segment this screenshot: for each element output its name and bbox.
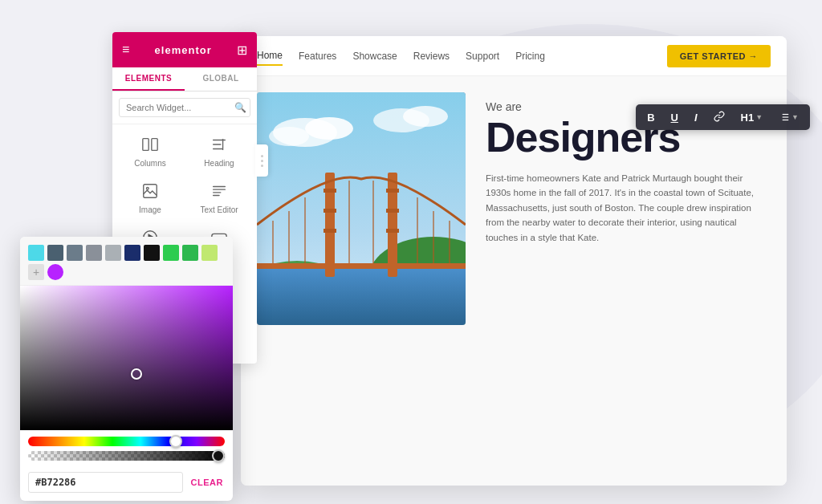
nav-pricing[interactable]: Pricing (515, 47, 545, 65)
menu-icon[interactable]: ≡ (122, 43, 129, 57)
hex-input[interactable] (28, 472, 183, 493)
hue-slider-container (20, 430, 233, 449)
color-swatches: + (20, 237, 233, 286)
italic-button[interactable]: I (691, 111, 701, 124)
swatch-purple[interactable] (47, 264, 63, 280)
heading-label: H1 (741, 112, 755, 123)
swatch-yellow[interactable] (201, 245, 218, 261)
list-arrow: ▼ (791, 114, 799, 121)
heading-icon (210, 136, 228, 156)
swatch-gray1[interactable] (67, 245, 83, 261)
image-icon (141, 182, 159, 202)
browser-nav: Home Features Showcase Reviews Support P… (241, 36, 787, 76)
swatch-cyan[interactable] (28, 245, 44, 261)
alpha-slider-container (20, 449, 233, 467)
svg-rect-2 (144, 185, 157, 198)
browser-content: We are Designers First-time homeowners K… (241, 76, 787, 486)
widget-heading-label: Heading (204, 159, 234, 168)
svg-rect-36 (386, 229, 399, 233)
columns-icon (141, 136, 159, 156)
text-formatting-toolbar: B U I H1 ▼ ▼ (636, 104, 810, 130)
svg-point-23 (269, 127, 309, 146)
search-icon: 🔍 (234, 102, 246, 113)
svg-rect-33 (324, 229, 336, 233)
nav-support[interactable]: Support (466, 47, 499, 65)
cta-button[interactable]: GET STARTED → (667, 45, 771, 67)
svg-rect-29 (325, 173, 335, 277)
swatch-gray3[interactable] (105, 245, 121, 261)
svg-rect-31 (324, 189, 336, 193)
alpha-thumb (212, 449, 225, 462)
hero-body: First-time homeowners Kate and Patrick M… (486, 171, 767, 245)
elementor-logo: elementor (155, 44, 212, 56)
panel-search-container: 🔍 (112, 91, 257, 124)
gradient-overlay (20, 286, 233, 430)
color-picker: + CLEAR (20, 237, 233, 501)
link-button[interactable] (710, 109, 728, 125)
add-swatch-button[interactable]: + (28, 264, 44, 280)
panel-tabs: ELEMENTS GLOBAL (112, 67, 257, 91)
nav-links: Home Features Showcase Reviews Support P… (257, 47, 545, 66)
tab-elements[interactable]: ELEMENTS (112, 67, 185, 91)
svg-rect-0 (143, 139, 149, 151)
widget-heading[interactable]: Heading (185, 128, 254, 174)
clear-button[interactable]: CLEAR (189, 474, 225, 490)
swatch-navy[interactable] (124, 245, 140, 261)
heading-select[interactable]: H1 ▼ (738, 111, 767, 124)
svg-point-25 (403, 106, 448, 127)
panel-header: ≡ elementor ⊞ (112, 32, 257, 67)
search-input[interactable] (119, 98, 250, 117)
widget-text-editor-label: Text Editor (200, 205, 238, 214)
color-gradient-canvas[interactable] (20, 286, 233, 430)
swatch-green1[interactable] (163, 245, 179, 261)
bold-button[interactable]: B (644, 111, 657, 124)
svg-rect-34 (386, 189, 399, 193)
svg-rect-32 (324, 209, 336, 213)
text-editor-icon (210, 182, 228, 202)
widget-columns-label: Columns (134, 159, 165, 168)
panel-resize-handle[interactable] (255, 144, 268, 177)
nav-showcase[interactable]: Showcase (352, 47, 397, 65)
grid-icon[interactable]: ⊞ (237, 43, 247, 58)
nav-reviews[interactable]: Reviews (413, 47, 450, 65)
nav-features[interactable]: Features (299, 47, 336, 65)
content-left (241, 76, 466, 486)
svg-point-22 (305, 117, 353, 140)
hue-thumb (169, 435, 182, 448)
nav-home[interactable]: Home (257, 47, 283, 66)
svg-rect-28 (257, 269, 466, 325)
svg-rect-45 (257, 263, 466, 269)
list-button[interactable]: ▼ (775, 110, 802, 124)
widget-image[interactable]: Image (116, 174, 185, 221)
underline-button[interactable]: U (668, 111, 682, 124)
widget-text-editor[interactable]: Text Editor (185, 174, 254, 221)
tab-global[interactable]: GLOBAL (185, 67, 257, 91)
svg-rect-1 (152, 139, 157, 151)
alpha-slider[interactable] (28, 451, 225, 461)
svg-rect-35 (386, 209, 399, 213)
color-input-row: CLEAR (20, 467, 233, 501)
widget-columns[interactable]: Columns (116, 128, 185, 174)
heading-arrow: ▼ (755, 114, 763, 121)
widget-image-label: Image (139, 205, 161, 214)
svg-point-3 (146, 187, 149, 189)
swatch-green2[interactable] (182, 245, 198, 261)
svg-rect-30 (388, 173, 397, 277)
swatch-dark-blue[interactable] (47, 245, 63, 261)
swatch-gray2[interactable] (86, 245, 102, 261)
hue-slider[interactable] (28, 437, 225, 446)
browser-window: Home Features Showcase Reviews Support P… (241, 36, 787, 486)
hero-image (257, 92, 466, 325)
content-right: We are Designers First-time homeowners K… (466, 76, 787, 486)
swatch-black[interactable] (144, 245, 160, 261)
